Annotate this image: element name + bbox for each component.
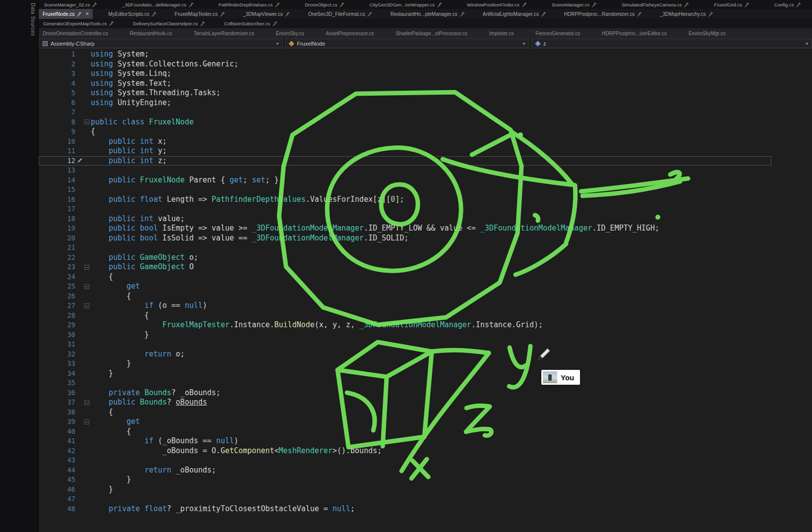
editor-tab[interactable]: Generator2ExportMapTools.cs bbox=[41, 19, 116, 28]
code-line[interactable]: 46 } bbox=[39, 485, 812, 495]
editor-tab[interactable]: FruxelGrid.cs bbox=[711, 0, 752, 9]
pin-icon[interactable] bbox=[275, 2, 280, 7]
code-line[interactable]: 25− get bbox=[39, 282, 812, 292]
code-line[interactable]: 19 public bool IsEmpty => value >= _3DFo… bbox=[39, 224, 812, 234]
code-line[interactable]: 14 public FruxelNode Parent { get; set; … bbox=[39, 176, 812, 185]
pin-icon[interactable] bbox=[76, 11, 82, 17]
code-line[interactable]: 28 { bbox=[39, 311, 812, 321]
code-line[interactable]: 6using UnityEngine; bbox=[39, 98, 812, 108]
code-line[interactable]: 26 { bbox=[39, 292, 812, 301]
code-line[interactable]: 42 _oBounds = O.GetComponent<MeshRendere… bbox=[39, 446, 812, 456]
code-line[interactable]: 10 public int x; bbox=[39, 137, 812, 147]
pin-icon[interactable] bbox=[460, 11, 465, 17]
document-tab[interactable]: ShaderPackage...stProcessor.cs bbox=[396, 31, 467, 36]
code-line[interactable]: 17 bbox=[39, 204, 812, 214]
code-line[interactable]: 32 return o; bbox=[39, 350, 812, 359]
code-line[interactable]: 30 } bbox=[39, 330, 812, 340]
code-line[interactable]: 47 bbox=[39, 494, 812, 504]
code-line[interactable]: 4using System.Text; bbox=[39, 79, 812, 89]
data-sources-panel-tab[interactable]: Data Sources bbox=[30, 3, 36, 36]
code-line[interactable]: 15 bbox=[39, 185, 812, 195]
close-icon[interactable]: × bbox=[85, 11, 89, 17]
code-line[interactable]: 21 bbox=[39, 243, 812, 253]
code-line[interactable]: 48 private float? _proximityToClosestObs… bbox=[39, 504, 812, 514]
document-tab[interactable]: EnviroSkyMgr.cs bbox=[689, 31, 725, 36]
type-dropdown[interactable]: FruxelNode ▾ bbox=[285, 39, 529, 48]
code-line[interactable]: 33 } bbox=[39, 359, 812, 369]
code-line[interactable]: 16 public float Length => PathfinderDept… bbox=[39, 195, 812, 205]
code-line[interactable]: 27− if (o == null) bbox=[39, 301, 812, 311]
code-line[interactable]: 40 { bbox=[39, 427, 812, 437]
code-line[interactable]: 41 if (_oBounds == null) bbox=[39, 436, 812, 446]
code-line[interactable]: 23− public GameObject O bbox=[39, 262, 812, 272]
code-line[interactable]: 7 bbox=[39, 108, 812, 118]
editor-tab[interactable]: SceneManager_02.cs bbox=[42, 0, 100, 9]
member-dropdown[interactable]: z ▾ bbox=[531, 39, 812, 48]
pin-icon[interactable] bbox=[437, 2, 442, 7]
code-line[interactable]: 34 } bbox=[39, 369, 812, 379]
code-line[interactable]: 45 } bbox=[39, 475, 812, 485]
pin-icon[interactable] bbox=[522, 2, 527, 7]
code-line[interactable]: 43 bbox=[39, 456, 812, 466]
pin-icon[interactable] bbox=[541, 11, 546, 17]
editor-tab[interactable]: CityGen3DGen...torWrapper.cs bbox=[367, 0, 444, 9]
document-tab[interactable]: Importer.cs bbox=[489, 31, 514, 36]
document-tab[interactable]: RestaurantHook.cs bbox=[130, 31, 172, 36]
fold-toggle-icon[interactable]: − bbox=[84, 400, 89, 405]
code-line[interactable]: 13 bbox=[39, 166, 812, 176]
editor-tab[interactable]: WindowPositionFinder.cs bbox=[464, 0, 529, 9]
editor-tab[interactable]: _3DFoundatio...delManager.cs bbox=[119, 0, 196, 9]
code-line[interactable]: 18 public int value; bbox=[39, 214, 812, 224]
code-line[interactable]: 29 FruxelMapTester.Instance.BuildNode(x,… bbox=[39, 320, 812, 330]
editor-tab[interactable]: CollisionSubscriber.cs bbox=[222, 19, 280, 28]
code-line[interactable]: 20 public bool IsSolid => value == _3DFo… bbox=[39, 234, 812, 243]
editor-tab[interactable]: SceneManager.cs bbox=[549, 0, 599, 9]
code-editor[interactable]: 1using System;2using System.Collections.… bbox=[39, 49, 812, 532]
code-line[interactable]: 38 { bbox=[39, 408, 812, 417]
code-line[interactable]: 2using System.Collections.Generic; bbox=[39, 59, 812, 69]
pin-icon[interactable] bbox=[220, 11, 225, 17]
editor-tab[interactable]: HDRPPostproc...Randomizer.cs bbox=[562, 9, 644, 19]
editor-tab[interactable]: Config.cs bbox=[772, 0, 804, 9]
pin-icon[interactable] bbox=[591, 2, 597, 7]
document-tab[interactable]: FencesGenerator.cs bbox=[535, 31, 580, 36]
code-line[interactable]: 1using System; bbox=[39, 50, 812, 59]
code-line[interactable]: 39− get bbox=[39, 417, 812, 427]
code-line[interactable]: 36 private Bounds? _oBounds; bbox=[39, 388, 812, 398]
document-tab[interactable]: DroneOrientationController.cs bbox=[43, 31, 108, 36]
code-line[interactable]: 44 return _oBounds; bbox=[39, 466, 812, 475]
document-tab[interactable]: EnviroSky.cs bbox=[276, 31, 304, 36]
code-line[interactable]: 31 bbox=[39, 340, 812, 350]
code-line[interactable]: 11 public int y; bbox=[39, 146, 812, 156]
pin-icon[interactable] bbox=[188, 2, 194, 7]
editor-tab[interactable]: SimulatedFisheyeCamera.cs bbox=[619, 0, 692, 9]
pin-icon[interactable] bbox=[200, 21, 205, 26]
pin-icon[interactable] bbox=[637, 11, 642, 17]
code-line[interactable]: 24 { bbox=[39, 272, 812, 282]
editor-tab[interactable]: OneSec3D_FileFormat.cs bbox=[305, 9, 375, 19]
fold-toggle-icon[interactable]: − bbox=[84, 303, 89, 308]
editor-tab[interactable]: MyEditorScripts.cs bbox=[106, 9, 159, 19]
pin-icon[interactable] bbox=[285, 11, 290, 17]
fold-toggle-icon[interactable]: − bbox=[84, 284, 89, 289]
editor-tab[interactable]: FruxelNode.cs × bbox=[39, 9, 93, 19]
fold-toggle-icon[interactable]: − bbox=[84, 119, 89, 124]
editor-tab[interactable]: DroneObject.cs bbox=[302, 0, 347, 9]
fold-toggle-icon[interactable]: − bbox=[84, 265, 89, 270]
pin-icon[interactable] bbox=[708, 11, 713, 17]
editor-tab[interactable]: DeliverySurfaceClassHelper.cs bbox=[130, 19, 207, 28]
editor-tab[interactable]: _3DMapViewer.cs bbox=[240, 9, 292, 19]
pin-icon[interactable] bbox=[744, 2, 750, 7]
editor-tab[interactable]: FruxelMapTester.cs bbox=[172, 9, 228, 19]
pin-icon[interactable] bbox=[339, 2, 345, 7]
document-tab[interactable]: HDRPPostproc...izerEditor.cs bbox=[602, 31, 667, 36]
code-line[interactable]: 22 public GameObject o; bbox=[39, 253, 812, 263]
code-line[interactable]: 35 bbox=[39, 378, 812, 388]
code-line[interactable]: 37− public Bounds? oBounds bbox=[39, 398, 812, 408]
pin-icon[interactable] bbox=[684, 2, 689, 7]
project-dropdown[interactable]: Assembly-CSharp ▾ bbox=[39, 39, 283, 48]
code-line[interactable]: 12 public int z; bbox=[39, 156, 771, 166]
pin-icon[interactable] bbox=[151, 11, 157, 17]
pin-icon[interactable] bbox=[367, 11, 372, 17]
editor-tab[interactable]: PathfinderDepthValues.cs bbox=[216, 0, 283, 9]
